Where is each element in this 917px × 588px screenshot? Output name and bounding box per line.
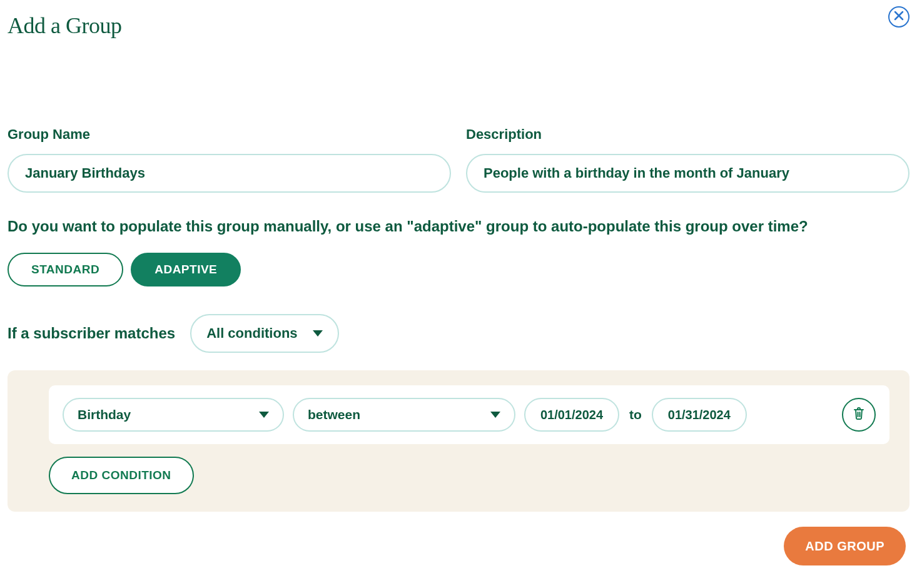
chevron-down-icon <box>259 412 269 418</box>
condition-date-to-input[interactable] <box>652 398 747 432</box>
add-group-label: ADD GROUP <box>805 539 884 553</box>
trash-icon <box>853 407 865 423</box>
condition-operator-value: between <box>308 407 360 422</box>
match-prefix-label: If a subscriber matches <box>8 325 175 342</box>
add-group-button[interactable]: ADD GROUP <box>784 527 906 565</box>
condition-date-from-input[interactable] <box>524 398 619 432</box>
group-name-column: Group Name <box>8 126 451 193</box>
add-condition-label: ADD CONDITION <box>71 469 171 482</box>
description-label: Description <box>466 126 909 143</box>
populate-question: Do you want to populate this group manua… <box>8 218 909 235</box>
page-title: Add a Group <box>8 13 909 39</box>
condition-field-value: Birthday <box>78 407 131 422</box>
conditions-panel: Birthday between to <box>8 370 909 512</box>
match-row: If a subscriber matches All conditions <box>8 314 909 353</box>
match-mode-select[interactable]: All conditions <box>190 314 338 353</box>
standard-mode-label: STANDARD <box>31 263 99 276</box>
add-group-dialog: Add a Group Group Name Description Do yo… <box>0 0 917 588</box>
dialog-footer: ADD GROUP <box>8 527 909 565</box>
chevron-down-icon <box>490 412 500 418</box>
delete-condition-button[interactable] <box>842 398 876 432</box>
name-description-row: Group Name Description <box>8 126 909 193</box>
close-icon <box>894 11 904 23</box>
chevron-down-icon <box>313 330 323 337</box>
standard-mode-button[interactable]: STANDARD <box>8 253 123 286</box>
close-button[interactable] <box>888 6 909 28</box>
group-name-label: Group Name <box>8 126 451 143</box>
condition-to-label: to <box>628 407 643 422</box>
match-mode-value: All conditions <box>206 325 297 342</box>
group-name-input[interactable] <box>8 154 451 193</box>
condition-operator-select[interactable]: between <box>293 398 515 432</box>
adaptive-mode-label: ADAPTIVE <box>155 263 217 276</box>
description-input[interactable] <box>466 154 909 193</box>
condition-row: Birthday between to <box>49 385 889 444</box>
add-condition-button[interactable]: ADD CONDITION <box>49 457 194 494</box>
group-mode-toggle: STANDARD ADAPTIVE <box>8 253 909 286</box>
description-column: Description <box>466 126 909 193</box>
condition-field-select[interactable]: Birthday <box>63 398 284 432</box>
adaptive-mode-button[interactable]: ADAPTIVE <box>131 253 241 286</box>
